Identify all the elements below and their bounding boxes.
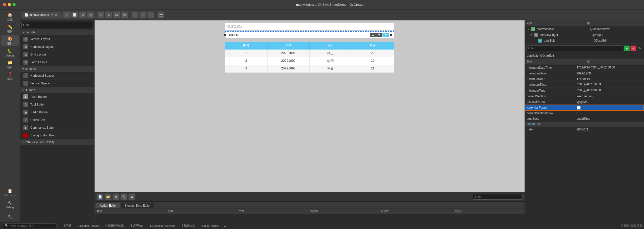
- widget-grid-layout[interactable]: ⊞ Grid Layout: [20, 51, 94, 58]
- date-edit-widget[interactable]: 2000/1/1 ▲ ▼ ▼: [225, 31, 394, 38]
- nav-item-debug[interactable]: 🐛 Debug: [1, 47, 19, 58]
- widget-form-layout[interactable]: ⊟ Form Layout: [20, 58, 94, 66]
- toolbar-btn-10[interactable]: ⊟: [139, 12, 146, 18]
- toolbar-btn-7[interactable]: ≡≡: [113, 12, 120, 18]
- widget-check-box[interactable]: ☑ Check Box: [20, 116, 94, 124]
- action-wrench-btn[interactable]: 🔧: [120, 194, 128, 200]
- widget-vertical-layout[interactable]: ▤ Vertical Layout: [20, 35, 94, 43]
- property-panel: + − ✎ dateEdit : QDateEdit 属性 值 minimumD…: [525, 44, 644, 222]
- date-spin-up[interactable]: ▲: [370, 33, 376, 37]
- widget-command-button[interactable]: ▶ Command...Button: [20, 124, 94, 132]
- table-row: 3 20221093 王五 21: [225, 65, 394, 73]
- property-date[interactable]: date 2000/1/1: [525, 127, 644, 132]
- statusbar-tab-compile-output[interactable]: 4 编译输出: [128, 223, 146, 228]
- property-filter-area: + − ✎: [525, 44, 644, 53]
- property-filter-input[interactable]: [526, 45, 623, 51]
- statusbar-arrow-up[interactable]: ▲: [222, 224, 228, 228]
- widget-radio-button[interactable]: ◉ Radio Button: [20, 108, 94, 116]
- property-maximum-date[interactable]: maximumDate 9999/12/31: [525, 71, 644, 76]
- statusbar-tab-search-results[interactable]: 2 Search Results: [75, 224, 102, 228]
- toolbar-btn-4[interactable]: ▤: [87, 12, 94, 18]
- toolbar-file-tab[interactable]: 📄 mainwindow.ui ▾ ✕: [22, 12, 60, 18]
- statusbar-tab-general-info[interactable]: 6 概要信息: [179, 223, 198, 228]
- form-layout-icon: ⊟: [24, 60, 28, 65]
- nav-item-styl-demo[interactable]: 📋 Styl...Demo: [1, 187, 19, 198]
- property-maximum-time[interactable]: maximumTime CST 下午11:59:59: [525, 82, 644, 88]
- property-time-spec[interactable]: timeSpec LocalTime: [525, 116, 644, 122]
- nav-item-debug-bottom[interactable]: 🔧 Debug: [1, 199, 19, 210]
- mainwindow-expand-icon[interactable]: ▼: [527, 28, 530, 30]
- action-editor-tab[interactable]: Action Editor: [96, 202, 120, 208]
- property-current-section-index[interactable]: currentSectionIndex 0: [525, 111, 644, 116]
- calendar-dropdown-btn[interactable]: ▼: [382, 33, 389, 37]
- property-minimum-date[interactable]: minimumDate 1752/9/14: [525, 76, 644, 82]
- toolbar-btn-6[interactable]: ≡: [105, 12, 112, 18]
- widget-push-button[interactable]: OK Push Button: [20, 93, 94, 101]
- statusbar-tab-debugger[interactable]: 5 Debugger Console: [147, 224, 178, 228]
- widget-horizontal-spacer[interactable]: ↔ Horizontal Spacer: [20, 72, 94, 80]
- property-add-btn[interactable]: +: [624, 46, 630, 51]
- toolbar-btn-5[interactable]: ⁞⁞: [97, 12, 104, 18]
- dialog-button-icon: ✕: [24, 133, 28, 138]
- statusbar-tab-test-results[interactable]: 8 Test Results: [198, 224, 222, 228]
- calendar-popup-checkbox[interactable]: ✓: [577, 106, 580, 110]
- signals-slots-tab[interactable]: Signals Slots Editor: [121, 202, 154, 208]
- object-mainwindow[interactable]: ▼ W MainWindow QMainWindow: [525, 26, 644, 32]
- central-widget-expand-icon[interactable]: ▼: [530, 33, 533, 36]
- property-display-format[interactable]: displayFormat yyyy/M/d: [525, 99, 644, 104]
- minimize-button[interactable]: [8, 3, 11, 6]
- action-filter-input[interactable]: [473, 194, 522, 200]
- property-remove-btn[interactable]: −: [630, 46, 636, 51]
- property-calendar-popup[interactable]: calendarPopup ✓: [525, 104, 644, 111]
- property-edit-btn[interactable]: ✎: [637, 46, 642, 51]
- object-central-widget[interactable]: ▼ W centralWidget QWidget: [525, 32, 644, 38]
- locate-input[interactable]: [10, 224, 45, 227]
- nav-item-help[interactable]: ❓ 帮助: [1, 71, 19, 82]
- widget-tool-button[interactable]: 🔧 Tool Button: [20, 101, 94, 108]
- qdateedit-group-header: QDateEdit: [525, 122, 644, 127]
- statusbar-search-box[interactable]: 🔍: [2, 223, 57, 228]
- main-container: 🏠 欢迎 ✏️ 编辑 🎨 设计 🐛 Debug 📁 项目 ❓ 帮助 📋 Styl…: [0, 10, 644, 222]
- action-del-btn[interactable]: 🗑: [112, 194, 120, 200]
- mainwindow-icon: W: [531, 27, 535, 31]
- statusbar-tabs: 1 问题 2 Search Results 3 应用程序输出 4 编译输出 5 …: [59, 223, 619, 228]
- action-settings-btn[interactable]: ⚙: [128, 194, 135, 200]
- toolbar-btn-3[interactable]: ⚙: [79, 12, 86, 18]
- property-minimum-datetime[interactable]: minimumDateTime 1752/9/14 CST 上午12:00:00: [525, 65, 644, 71]
- close-file-icon[interactable]: ✕: [55, 13, 57, 17]
- nav-item-design[interactable]: 🎨 设计: [1, 35, 19, 46]
- date-spin-down[interactable]: ▼: [376, 33, 382, 37]
- widget-vertical-spacer[interactable]: ↕ Vertical Spacer: [20, 80, 94, 87]
- property-minimum-time[interactable]: minimumTime CST 上午12:00:00: [525, 88, 644, 94]
- action-open-btn[interactable]: 📂: [104, 194, 112, 200]
- handle-right: [390, 34, 392, 36]
- statusbar-tab-issues[interactable]: 1 问题: [61, 223, 74, 228]
- statusbar-search-area: 🔍: [0, 223, 59, 228]
- property-current-section[interactable]: currentSection YearSection: [525, 94, 644, 99]
- nav-item-welcome[interactable]: 🏠 欢迎: [1, 12, 19, 22]
- action-editor-tabs: Action Editor Signals Slots Editor: [94, 202, 524, 208]
- nav-item-edit[interactable]: ✏️ 编辑: [1, 24, 19, 34]
- toolbar-btn-1[interactable]: ⬅: [63, 12, 70, 18]
- widget-dialog-button-box[interactable]: ✕ Dialog Button Box: [20, 132, 94, 140]
- toolbar-btn-8[interactable]: ⁞⁞⁞: [121, 12, 128, 18]
- toolbar-btn-2[interactable]: ⬜: [71, 12, 78, 18]
- text-input-widget[interactable]: 在这里输入: [225, 23, 394, 30]
- close-button[interactable]: [3, 3, 6, 6]
- maximize-button[interactable]: [12, 3, 16, 6]
- toolbar-btn-9[interactable]: ⊞: [132, 12, 138, 18]
- date-edit-field[interactable]: 2000/1/1 ▲ ▼ ▼: [225, 31, 394, 38]
- nav-item-project[interactable]: 📁 项目: [1, 59, 19, 70]
- toolbar-sep-4: [156, 12, 156, 18]
- widget-horizontal-layout[interactable]: ▥ Horizontal Layout: [20, 43, 94, 51]
- spacers-expand-icon: ▾: [22, 67, 24, 71]
- toolbar-btn-11[interactable]: ↔: [147, 12, 154, 18]
- widget-filter-input[interactable]: [22, 22, 93, 28]
- dropdown-icon[interactable]: ▾: [51, 13, 53, 17]
- toolbar-btn-12[interactable]: 📷: [158, 12, 164, 18]
- action-new-btn[interactable]: 📄: [96, 194, 104, 200]
- statusbar-tab-app-output[interactable]: 3 应用程序输出: [102, 223, 127, 228]
- object-date-edit[interactable]: D dateEdit QDateEdit: [525, 38, 644, 44]
- table-row: 2 20221092 李四 19: [225, 57, 394, 65]
- nav-item-build[interactable]: 🔨: [1, 211, 19, 222]
